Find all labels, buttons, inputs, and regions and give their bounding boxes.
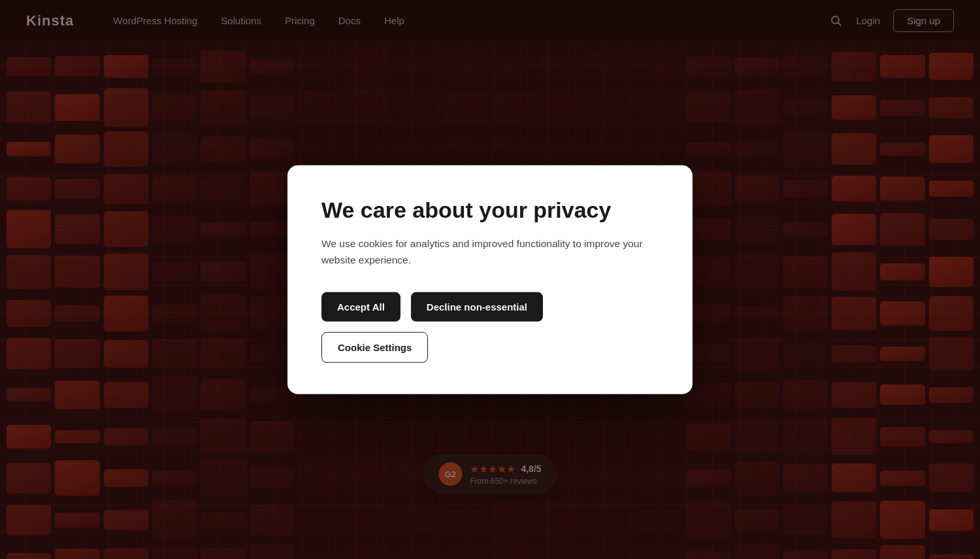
modal-body: We use cookies for analytics and improve… bbox=[321, 236, 659, 269]
cookie-modal: We care about your privacy We use cookie… bbox=[287, 165, 693, 394]
cookie-modal-wrapper: We care about your privacy We use cookie… bbox=[287, 165, 693, 394]
modal-title: We care about your privacy bbox=[321, 196, 659, 223]
modal-buttons: Accept All Decline non-essential Cookie … bbox=[321, 292, 659, 363]
decline-button[interactable]: Decline non-essential bbox=[411, 292, 543, 322]
cookie-settings-button[interactable]: Cookie Settings bbox=[321, 332, 428, 363]
accept-all-button[interactable]: Accept All bbox=[321, 292, 400, 322]
